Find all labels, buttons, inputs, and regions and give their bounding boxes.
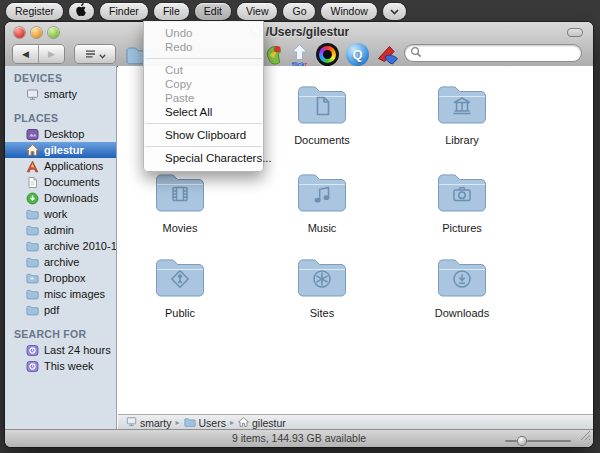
view-options-button[interactable]	[75, 45, 115, 63]
menubar-item-edit[interactable]: Edit	[195, 3, 231, 20]
folder-icon	[294, 83, 350, 127]
folder-label: Music	[262, 222, 382, 234]
smart-folder-icon	[26, 344, 39, 357]
menu-item-cut: Cut	[144, 63, 263, 77]
folder-icon	[152, 171, 208, 215]
folder-icon	[26, 208, 39, 221]
quicktime-icon[interactable]: Q	[346, 43, 369, 66]
folder-label: Movies	[120, 222, 240, 234]
menu-item-select-all[interactable]: Select All	[144, 105, 263, 119]
toolbar-toggle-button[interactable]	[567, 28, 583, 37]
chevron-down-icon	[390, 3, 399, 20]
menubar-item-register[interactable]: Register	[6, 3, 63, 20]
chevron-down-icon	[99, 45, 106, 63]
folder-item-music[interactable]: Music	[262, 171, 382, 234]
path-bar: smarty ▸ Users ▸ gilestur	[118, 414, 593, 430]
forward-button[interactable]: ▶	[38, 45, 64, 63]
document-icon	[26, 176, 39, 189]
sidebar-header-devices: DEVICES	[5, 70, 116, 86]
path-item-gilestur[interactable]: gilestur	[238, 417, 286, 429]
sidebar-item-archive-2010-11[interactable]: archive 2010-11	[5, 238, 116, 254]
path-item-users[interactable]: Users	[184, 417, 226, 429]
apple-menu[interactable]	[69, 3, 94, 20]
smart-folder-icon	[26, 360, 39, 373]
menubar-item-view[interactable]: View	[237, 3, 278, 20]
folder-icon	[26, 288, 39, 301]
folder-icon	[434, 256, 490, 300]
menubar-item-finder[interactable]: Finder	[100, 3, 148, 20]
back-arrow-icon: ◀	[22, 49, 29, 59]
sidebar-item-last-24-hours[interactable]: Last 24 hours	[5, 342, 116, 358]
folder-item-documents[interactable]: Documents	[262, 83, 382, 146]
search-field[interactable]	[405, 45, 581, 61]
sidebar-item-documents[interactable]: Documents	[5, 174, 116, 190]
menubar-item-go[interactable]: Go	[283, 3, 315, 20]
computer-icon	[126, 416, 137, 429]
folder-label: Sites	[262, 307, 382, 319]
menu-item-redo: Redo	[144, 40, 263, 54]
search-input[interactable]	[422, 45, 571, 61]
desktop: Register Finder File Edit View Go Window…	[0, 0, 600, 453]
desktop-icon	[26, 128, 39, 141]
camera-lens-icon[interactable]	[316, 43, 339, 66]
toolbar: ◀ ▶ flickr Q	[5, 42, 593, 66]
back-button[interactable]: ◀	[13, 45, 38, 63]
forward-arrow-icon: ▶	[48, 49, 55, 59]
menu-separator	[145, 58, 262, 59]
path-separator-icon: ▸	[230, 418, 234, 427]
sidebar-item-pdf[interactable]: pdf	[5, 302, 116, 318]
folder-label: Library	[402, 134, 522, 146]
sidebar-item-misc-images[interactable]: misc images	[5, 286, 116, 302]
folder-icon	[434, 83, 490, 127]
folder-item-downloads[interactable]: Downloads	[402, 256, 522, 319]
menubar-overflow-button[interactable]	[383, 3, 406, 20]
menu-item-show-clipboard[interactable]: Show Clipboard	[144, 128, 263, 142]
sidebar-item-desktop[interactable]: Desktop	[5, 126, 116, 142]
sidebar-item-admin[interactable]: admin	[5, 222, 116, 238]
magnifier-icon	[410, 44, 422, 62]
slider-knob[interactable]	[518, 437, 526, 445]
menubar-item-window[interactable]: Window	[321, 3, 376, 20]
folder-label: Downloads	[402, 307, 522, 319]
path-item-smarty[interactable]: smarty	[126, 416, 172, 429]
menubar-item-file[interactable]: File	[154, 3, 189, 20]
menu-item-special-characters[interactable]: Special Characters...	[144, 151, 263, 165]
apple-icon	[76, 3, 87, 21]
sidebar-item-downloads[interactable]: Downloads	[5, 190, 116, 206]
folder-label: Pictures	[402, 222, 522, 234]
menu-separator	[145, 123, 262, 124]
folder-icon	[26, 224, 39, 237]
sidebar-header-search-for: SEARCH FOR	[5, 326, 116, 342]
slider-track-left	[505, 440, 517, 442]
menu-separator	[145, 146, 262, 147]
nav-buttons: ◀ ▶	[13, 45, 64, 63]
sidebar-header-places: PLACES	[5, 110, 116, 126]
folder-item-pictures[interactable]: Pictures	[402, 171, 522, 234]
resize-grip[interactable]	[580, 427, 591, 445]
icon-size-slider[interactable]	[505, 437, 571, 445]
computer-icon	[26, 88, 39, 101]
sidebar-item-gilestur[interactable]: gilestur	[5, 142, 116, 158]
menubar: Register Finder File Edit View Go Window	[6, 3, 406, 20]
downloads-icon	[26, 192, 39, 205]
folder-item-movies[interactable]: Movies	[120, 171, 240, 234]
folder-item-public[interactable]: Public	[120, 256, 240, 319]
sidebar-item-smarty[interactable]: smarty	[5, 86, 116, 102]
folder-label: Documents	[262, 134, 382, 146]
status-bar: 9 items, 144.93 GB available	[5, 429, 593, 447]
sidebar-item-archive[interactable]: archive	[5, 254, 116, 270]
menu-item-paste: Paste	[144, 91, 263, 105]
title-bar: /Users/gilestur	[5, 24, 593, 40]
sidebar-item-work[interactable]: work	[5, 206, 116, 222]
folder-label: Public	[120, 307, 240, 319]
finder-window: /Users/gilestur ◀ ▶ fli	[5, 22, 593, 447]
folder-item-sites[interactable]: Sites	[262, 256, 382, 319]
sidebar-item-this-week[interactable]: This week	[5, 358, 116, 374]
folder-icon	[26, 304, 39, 317]
folder-icon	[184, 417, 196, 429]
folder-icon	[434, 171, 490, 215]
sidebar: DEVICES smarty PLACES Desktop gilestur A…	[5, 66, 117, 430]
folder-item-library[interactable]: Library	[402, 83, 522, 146]
sidebar-item-applications[interactable]: Applications	[5, 158, 116, 174]
sidebar-item-dropbox[interactable]: Dropbox	[5, 270, 116, 286]
